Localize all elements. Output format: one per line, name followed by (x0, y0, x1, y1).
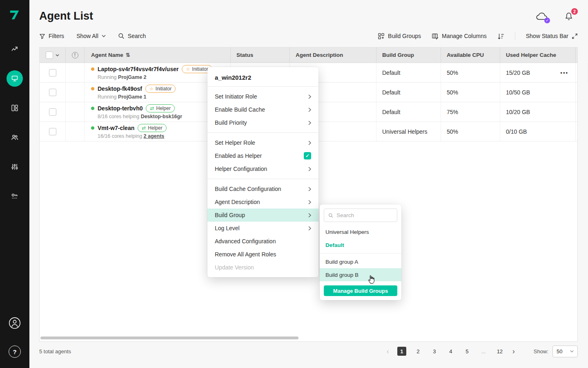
column-header-status[interactable]: Status (231, 47, 290, 63)
chevron-right-icon (308, 200, 311, 204)
menu-item-label: Build Priority (215, 119, 247, 126)
badge-label: Initiator (156, 86, 172, 92)
show-status-bar-button[interactable]: Show Status Bar (526, 33, 578, 39)
app-logo[interactable] (0, 0, 29, 29)
build-group-search-input[interactable] (336, 212, 393, 218)
sidebar-item-builds[interactable] (7, 100, 23, 116)
column-label: Status (236, 52, 253, 58)
column-header-build-group[interactable]: Build Group (376, 47, 441, 63)
sidebar-item-users[interactable] (7, 129, 23, 146)
menu-item-build-priority[interactable]: Build Priority (207, 116, 318, 129)
agent-name: Desktop-fk49osf (98, 85, 142, 92)
submenu-item-default[interactable]: Default (320, 238, 401, 251)
row-checkbox[interactable] (49, 69, 56, 76)
select-menu-chevron-icon[interactable] (56, 54, 59, 56)
subtitle-prefix: 8/16 cores helping (98, 114, 141, 119)
manage-build-groups-button[interactable]: Manage Build Groups (324, 285, 397, 296)
page-button-5[interactable]: 5 (463, 347, 472, 356)
page-button-4[interactable]: 4 (446, 347, 455, 356)
build-group-cell: Default (376, 102, 441, 121)
agent-name: Vmt-w7-clean (98, 125, 134, 131)
build-group-cell: Default (376, 83, 441, 102)
menu-item-agent-description[interactable]: Agent Description (207, 195, 318, 209)
show-all-label: Show All (76, 33, 98, 39)
row-checkbox[interactable] (49, 108, 56, 116)
notifications-button[interactable]: 2 (563, 11, 575, 22)
helped-agents-link[interactable]: 2 agents (144, 133, 165, 139)
row-checkbox[interactable] (49, 89, 56, 96)
menu-item-helper-configuration[interactable]: Helper Configuration (207, 162, 318, 175)
column-header-available-cpu[interactable]: Available CPU (441, 47, 500, 63)
pagination: ‹ 1 2 3 4 5 ... 12 › (386, 347, 516, 356)
cloud-connected-badge: ✓ (544, 18, 550, 23)
manage-columns-label: Manage Columns (442, 33, 487, 39)
build-groups-button[interactable]: Build Groups (378, 33, 421, 40)
row-checkbox[interactable] (49, 128, 56, 135)
sort-lines-icon (497, 33, 504, 40)
menu-item-set-helper-role[interactable]: Set Helper Role (207, 136, 318, 149)
next-page-button[interactable]: › (512, 347, 516, 356)
row-alert-cell (66, 102, 85, 121)
cloud-status-button[interactable]: ✓ (536, 11, 548, 22)
submenu-item-build-group-b[interactable]: Build group B (320, 268, 401, 281)
column-header-agent-name[interactable]: Agent Name ⇅ (85, 47, 231, 63)
enabled-helper-checkbox[interactable]: ✓ (304, 152, 311, 159)
manage-columns-button[interactable]: Manage Columns (432, 33, 487, 40)
column-label: Used Helper Cache (506, 52, 556, 58)
menu-item-build-group[interactable]: Build Group (207, 209, 318, 222)
menu-item-label: Build Group (215, 212, 245, 218)
sidebar-item-agents[interactable] (7, 70, 23, 87)
sort-order-button[interactable] (497, 33, 504, 40)
prev-page-button[interactable]: ‹ (386, 347, 390, 356)
row-alert-cell (66, 63, 85, 82)
show-all-dropdown[interactable]: Show All (76, 33, 106, 39)
search-icon (118, 33, 125, 39)
page-button-3[interactable]: 3 (430, 347, 439, 356)
search-button[interactable]: Search (118, 33, 146, 39)
select-all-checkbox[interactable] (46, 52, 53, 59)
submenu-search-box (324, 209, 397, 222)
submenu-divider (320, 253, 401, 254)
available-cpu-cell: 50% (441, 122, 500, 141)
user-avatar-button[interactable] (7, 315, 23, 331)
page-button-2[interactable]: 2 (414, 347, 423, 356)
sidebar-item-settings[interactable] (7, 159, 23, 175)
page-button-12[interactable]: 12 (495, 347, 504, 356)
sidebar-bottom: ? (0, 315, 29, 360)
sidebar-item-licenses[interactable] (7, 188, 23, 204)
initiator-icon: ☆ (149, 86, 154, 92)
menu-item-set-initiator-role[interactable]: Set Initiator Role (207, 90, 318, 103)
sidebar-item-monitoring[interactable] (7, 41, 23, 57)
menu-item-enabled-as-helper[interactable]: Enabled as Helper ✓ (207, 149, 318, 162)
menu-item-build-cache-configuration[interactable]: Build Cache Configuration (207, 182, 318, 195)
sort-arrows-icon[interactable]: ⇅ (126, 52, 130, 58)
avatar-icon (9, 317, 21, 329)
column-label: Available CPU (447, 52, 484, 58)
alert-glyph: ! (74, 53, 76, 57)
row-actions-kebab[interactable]: ••• (560, 70, 568, 76)
helper-badge: ⇄ Helper (146, 104, 174, 112)
table-header-row: ! Agent Name ⇅ Status Agent Description … (40, 47, 577, 63)
row-alert-cell (66, 83, 85, 102)
subtitle-prefix: 16/16 cores helping (98, 133, 144, 139)
toolbar: Filters Show All Search Build Groups (39, 29, 578, 43)
submenu-item-build-group-a[interactable]: Build group A (320, 255, 401, 268)
column-header-used-helper-cache[interactable]: Used Helper Cache (500, 47, 576, 63)
chevron-right-icon (308, 226, 311, 231)
cursor-hand-icon (367, 275, 376, 285)
filters-button[interactable]: Filters (39, 33, 64, 39)
page-size-select[interactable]: 50 (552, 346, 578, 357)
menu-item-remove-all-agent-roles[interactable]: Remove All Agent Roles (207, 248, 318, 261)
column-header-agent-description[interactable]: Agent Description (290, 47, 376, 63)
submenu-item-universal-helpers[interactable]: Universal Helpers (320, 225, 401, 238)
horizontal-scrollbar[interactable] (40, 337, 298, 339)
menu-item-enable-build-cache[interactable]: Enable Build Cache (207, 103, 318, 116)
check-glyph: ✓ (546, 18, 549, 22)
menu-item-log-level[interactable]: Log Level (207, 222, 318, 235)
filter-icon (39, 33, 45, 39)
menu-item-advanced-configuration[interactable]: Advanced Configuration (207, 235, 318, 248)
page-button-1[interactable]: 1 (397, 347, 406, 356)
chevron-right-icon (308, 108, 311, 112)
help-button[interactable]: ? (7, 343, 23, 360)
help-icon: ? (9, 346, 21, 358)
